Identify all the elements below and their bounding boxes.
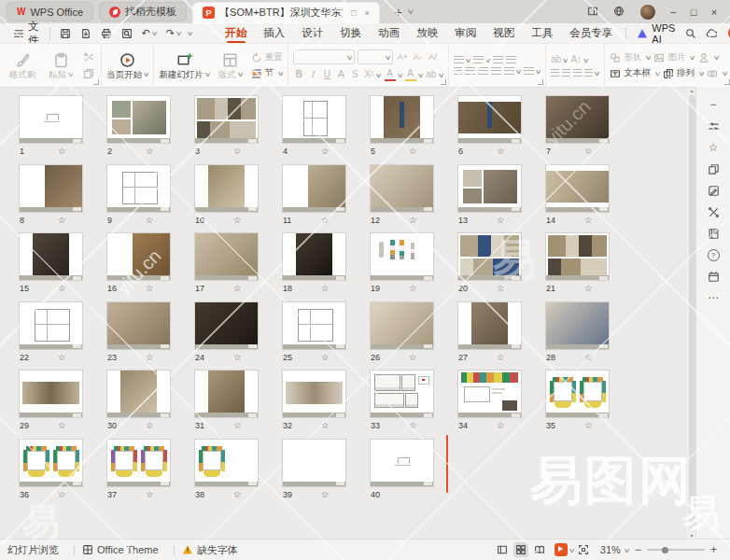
slide-thumbnail-12[interactable] [370, 164, 434, 213]
favorite-star-icon[interactable]: ☆ [321, 352, 330, 362]
minimize-button[interactable]: − [663, 7, 683, 18]
favorite-star-icon[interactable]: ☆ [497, 146, 505, 156]
favorite-star-icon[interactable]: ☆ [146, 283, 154, 293]
slide-thumbnail-38[interactable] [194, 439, 259, 487]
favorites-icon[interactable]: ☆ [707, 141, 720, 154]
favorite-star-icon[interactable]: ☆ [497, 420, 505, 430]
ribbon-tab-tools[interactable]: 工具 [523, 24, 561, 43]
missing-fonts-button[interactable]: 缺失字体 [182, 543, 238, 557]
wps-ai-button[interactable]: WPS AI [637, 22, 675, 45]
favorite-star-icon[interactable]: ☆ [146, 215, 154, 225]
favorite-star-icon[interactable]: ☆ [233, 352, 242, 362]
cloud-sync-button[interactable] [706, 28, 717, 39]
favorite-star-icon[interactable]: ☆ [409, 420, 417, 430]
favorite-star-icon[interactable]: ☆ [233, 420, 242, 430]
fit-slide-button[interactable] [576, 542, 591, 557]
copy-page-icon[interactable] [707, 162, 720, 175]
export-pdf-button[interactable] [80, 28, 91, 39]
ribbon-tab-review[interactable]: 审阅 [446, 24, 484, 43]
favorite-star-icon[interactable]: ☆ [146, 489, 154, 499]
new-tab-button[interactable]: + [395, 5, 402, 20]
slide-thumbnail-8[interactable] [19, 164, 83, 213]
favorite-star-icon[interactable]: ☆ [233, 489, 242, 499]
slide-thumbnail-27[interactable] [457, 301, 522, 350]
slide-thumbnail-20[interactable] [457, 232, 522, 281]
properties-icon[interactable] [707, 119, 720, 133]
slide-thumbnail-21[interactable] [545, 232, 610, 281]
font-dialog-launcher-icon[interactable] [441, 79, 446, 85]
favorite-star-icon[interactable]: ☆ [146, 146, 154, 156]
favorite-star-icon[interactable]: ☆ [584, 215, 593, 225]
play-options-chevron-icon[interactable]: ∨ [568, 547, 575, 553]
slide-thumbnail-10[interactable] [194, 164, 259, 213]
favorite-star-icon[interactable]: ☆ [233, 215, 242, 225]
tab-detach-icon[interactable]: □ [351, 8, 356, 18]
favorite-star-icon[interactable]: ☆ [584, 420, 593, 430]
tab-list-chevron-icon[interactable]: ∨ [407, 8, 415, 16]
favorite-star-icon[interactable]: ☆ [409, 283, 417, 293]
favorite-star-icon[interactable]: ☆ [497, 215, 505, 225]
slide-thumbnail-31[interactable] [194, 370, 259, 418]
textbox-button[interactable]: 文本框∨ [610, 67, 660, 79]
slide-thumbnail-34[interactable] [457, 370, 522, 418]
zoom-slider[interactable] [647, 549, 705, 551]
favorite-star-icon[interactable]: ☆ [584, 352, 593, 362]
reading-view-button[interactable] [532, 542, 547, 557]
slide-thumbnail-2[interactable] [106, 95, 171, 144]
slide-sorter-view-button[interactable] [513, 542, 528, 557]
slide-thumbnail-16[interactable] [106, 232, 171, 281]
normal-view-button[interactable] [495, 542, 510, 557]
ribbon-tab-design[interactable]: 设计 [293, 24, 331, 43]
zoom-chevron-icon[interactable]: ∨ [624, 547, 631, 553]
favorite-star-icon[interactable]: ☆ [58, 352, 66, 362]
customize-qat-chevron-icon[interactable]: ∨ [187, 30, 194, 36]
slide-thumbnail-25[interactable] [282, 301, 346, 350]
slide-thumbnail-13[interactable] [457, 164, 522, 213]
slide-thumbnail-26[interactable] [370, 301, 434, 350]
favorite-star-icon[interactable]: ☆ [58, 146, 66, 156]
favorite-star-icon[interactable]: ☆ [409, 352, 417, 362]
slide-thumbnail-11[interactable] [282, 164, 346, 213]
paragraph-dialog-launcher-icon[interactable] [538, 79, 543, 85]
smart-tools-icon[interactable] [707, 205, 720, 218]
sidebar-layout-icon[interactable] [587, 6, 600, 19]
favorite-star-icon[interactable]: ☆ [58, 420, 66, 430]
slide-thumbnail-36[interactable] [19, 439, 83, 487]
new-slide-button[interactable]: 新建幻灯片∨ [159, 52, 210, 79]
slide-thumbnail-17[interactable] [194, 232, 259, 281]
slide-thumbnail-18[interactable] [282, 232, 346, 281]
tasks-icon[interactable] [707, 270, 720, 283]
avatar[interactable] [640, 5, 655, 20]
ribbon-tab-transitions[interactable]: 切换 [331, 24, 370, 43]
save-button[interactable] [60, 28, 71, 39]
slide-thumbnail-22[interactable] [19, 301, 83, 350]
favorite-star-icon[interactable]: ☆ [233, 283, 242, 293]
tab-close-icon[interactable]: × [365, 8, 370, 18]
slide-thumbnail-5[interactable] [370, 95, 434, 144]
notes-icon[interactable] [707, 184, 720, 197]
ribbon-tab-home[interactable]: 开始 [217, 24, 255, 43]
slide-thumbnail-3[interactable] [194, 95, 259, 144]
favorite-star-icon[interactable]: ☆ [58, 215, 66, 225]
slide-thumbnail-30[interactable] [106, 370, 171, 418]
favorite-star-icon[interactable]: ☆ [584, 283, 593, 293]
slide-thumbnail-40[interactable] [370, 439, 434, 487]
favorite-star-icon[interactable]: ☆ [497, 283, 505, 293]
favorite-star-icon[interactable]: ☆ [321, 283, 330, 293]
slideshow-play-button[interactable] [555, 543, 568, 556]
slide-thumbnail-19[interactable] [370, 232, 434, 281]
favorite-star-icon[interactable]: ☆ [146, 352, 154, 362]
slide-thumbnail-1[interactable] [19, 95, 83, 144]
ribbon-tab-view[interactable]: 视图 [484, 24, 523, 43]
slide-thumbnail-35[interactable] [545, 370, 610, 418]
slide-thumbnail-6[interactable] [457, 95, 522, 144]
maximize-button[interactable]: □ [683, 7, 704, 18]
favorite-star-icon[interactable]: ☆ [409, 215, 417, 225]
favorite-star-icon[interactable]: ☆ [409, 146, 417, 156]
slide-thumbnail-37[interactable] [106, 439, 171, 487]
arrange-button[interactable]: 排列∨ [663, 67, 704, 79]
favorite-star-icon[interactable]: ☆ [321, 489, 330, 499]
theme-button[interactable]: Office Theme [82, 544, 159, 555]
zoom-level[interactable]: 31% [600, 544, 621, 555]
appearance-icon[interactable] [613, 6, 626, 19]
